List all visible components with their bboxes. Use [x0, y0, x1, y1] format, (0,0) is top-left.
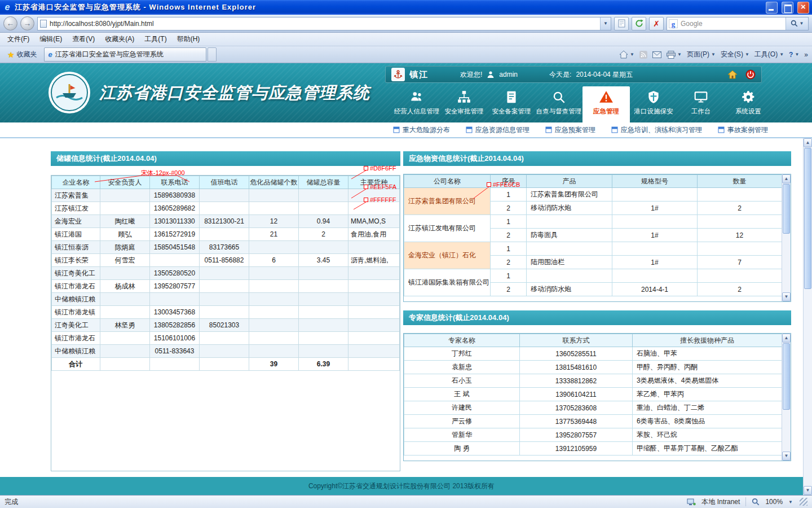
nav-safety-record[interactable]: 安全备案管理	[488, 86, 535, 122]
cell: 13605285511	[520, 347, 633, 361]
close-button[interactable]	[797, 2, 809, 14]
zoom-dropdown-icon[interactable]: ▼	[788, 500, 793, 505]
resize-grip[interactable]	[800, 498, 807, 506]
cell: 2	[698, 202, 782, 215]
cell	[698, 188, 782, 202]
cell: 镇江奇美化工	[52, 267, 100, 280]
url-text[interactable]: http://localhost:8080/yjpt/Main.html	[50, 20, 600, 28]
cell: 21	[249, 228, 299, 241]
submenu-icon	[611, 126, 618, 133]
nav-inspection[interactable]: 自查与督查管理	[535, 86, 582, 122]
cell	[348, 306, 400, 319]
feed-icon[interactable]	[639, 51, 647, 59]
menu-help[interactable]: 帮助(H)	[172, 33, 205, 46]
menu-view[interactable]: 查看(V)	[67, 33, 100, 46]
help-button[interactable]: ?▼	[789, 51, 799, 59]
mail-icon[interactable]	[652, 51, 661, 58]
favorites-button[interactable]: ★ 收藏夹	[3, 48, 42, 61]
nav-operator-info[interactable]: 经营人信息管理	[393, 86, 440, 122]
zoom-icon[interactable]	[752, 498, 760, 506]
experts-table: 专家名称联系方式擅长救援物种产品 丁邦红13605285511石脑油、甲苯袁新忠…	[404, 334, 782, 456]
cell	[200, 358, 249, 371]
menu-favorites[interactable]: 收藏夹(A)	[100, 33, 139, 46]
scroll-track[interactable]	[804, 147, 812, 486]
scroll-up-button[interactable]: ▲	[782, 334, 791, 343]
forward-button[interactable]: →	[20, 16, 34, 30]
cell: 13805282856	[150, 319, 200, 332]
scroll-track[interactable]	[782, 343, 791, 452]
address-field[interactable]: http://localhost:8080/yjpt/Main.html ▼	[37, 17, 611, 30]
address-dropdown-icon[interactable]: ▼	[600, 17, 611, 30]
search-box[interactable]: g Google ▼	[667, 17, 809, 30]
nav-system-settings[interactable]: 系统设置	[725, 86, 772, 122]
safety-menu-button[interactable]: 安全(S)▼	[721, 50, 749, 59]
header-row: 企业名称安全负责人联系电话值班电话危化品储罐个数储罐总容量主要货种	[52, 176, 400, 189]
nav-safety-approval[interactable]: 安全审批管理	[440, 86, 488, 122]
cell: 2	[491, 256, 527, 269]
cell: 0.94	[299, 215, 348, 228]
nav-port-security[interactable]: 港口设施保安	[630, 86, 677, 122]
scroll-thumb[interactable]	[783, 343, 790, 410]
refresh-button[interactable]	[632, 17, 646, 30]
cell	[299, 306, 348, 319]
submenu-accident-cases[interactable]: 事故案例管理	[718, 125, 768, 135]
zoom-level[interactable]: 100%	[765, 498, 783, 506]
submenu-icon	[393, 126, 400, 133]
overflow-chevron-icon[interactable]: »	[804, 51, 808, 59]
search-button[interactable]: ▼	[785, 17, 808, 30]
scroll-down-button[interactable]: ▼	[782, 452, 791, 461]
maximize-button[interactable]	[782, 2, 793, 14]
logout-icon[interactable]	[745, 69, 756, 80]
minimize-button[interactable]	[766, 2, 778, 14]
home-button[interactable]: ▼	[619, 50, 634, 59]
cell: 陆用围油栏	[527, 256, 612, 269]
stop-button[interactable]: ✗	[649, 17, 664, 30]
submenu-hazard-distribution[interactable]: 重大危险源分布	[393, 125, 450, 135]
search-input[interactable]: Google	[681, 20, 785, 28]
cell: 何雪宏	[100, 254, 150, 267]
scroll-down-button[interactable]: ▼	[782, 292, 791, 301]
menu-file[interactable]: 文件(F)	[2, 33, 34, 46]
print-button[interactable]: ▼	[667, 51, 682, 59]
cell	[299, 267, 348, 280]
annotation-font-note: 宋体-12px-#000	[141, 169, 185, 177]
experts-panel-header: 专家信息统计(截止2014.04.04)	[403, 310, 791, 325]
page-menu-button[interactable]: 页面(P)▼	[687, 50, 716, 59]
nav-workbench[interactable]: 工作台	[677, 86, 725, 122]
browser-tab[interactable]: e 江苏省港口安全监管与应急管理系统	[44, 47, 206, 62]
scroll-up-button[interactable]: ▲	[782, 174, 791, 183]
cell	[348, 241, 400, 254]
stop-icon: ✗	[653, 19, 660, 28]
scroll-thumb[interactable]	[804, 148, 811, 289]
table-row: 镇江港国际集装箱有限公司1	[404, 269, 782, 283]
page-icon	[40, 20, 47, 28]
home-shortcut-icon[interactable]	[727, 70, 738, 79]
document-icon	[504, 89, 519, 106]
cell	[612, 188, 698, 202]
menu-tools[interactable]: 工具(T)	[139, 33, 171, 46]
app-footer: Copyright©江苏省交通规划设计院股份有限公司 2013版权所有	[0, 477, 803, 495]
compatibility-view-button[interactable]	[614, 17, 629, 30]
nav-emergency-management[interactable]: 应急管理	[582, 86, 630, 122]
scroll-down-button[interactable]: ▼	[804, 486, 812, 495]
tools-menu-button[interactable]: 工具(O)▼	[754, 50, 784, 59]
user-icon	[487, 71, 495, 78]
cell	[698, 242, 782, 256]
cell: 13815481610	[520, 361, 633, 374]
scroll-track[interactable]	[782, 183, 791, 292]
submenu-resource-info[interactable]: 应急资源信息管理	[466, 125, 529, 135]
cell	[100, 202, 150, 215]
scroll-up-button[interactable]: ▲	[804, 138, 812, 147]
cell	[249, 345, 299, 358]
menu-edit[interactable]: 编辑(E)	[34, 33, 67, 46]
cell	[299, 280, 348, 293]
submenu-training-drill[interactable]: 应急培训、演练和演习管理	[611, 125, 702, 135]
new-tab-stub[interactable]	[208, 47, 217, 62]
header-info-strip: 镇江 欢迎您! admin 今天是: 2014-04-04 星期五	[385, 66, 762, 83]
scroll-thumb[interactable]	[783, 184, 790, 234]
back-button[interactable]: ←	[3, 16, 17, 30]
command-bar: ▼ ▼ 页面(P)▼ 安全(S)▼ 工具(O)▼ ?▼ »	[619, 50, 809, 59]
window-titlebar: e 江苏省港口安全监管与应急管理系统 - Windows Internet Ex…	[0, 0, 812, 15]
cell	[249, 267, 299, 280]
submenu-plan-management[interactable]: 应急预案管理	[545, 125, 595, 135]
